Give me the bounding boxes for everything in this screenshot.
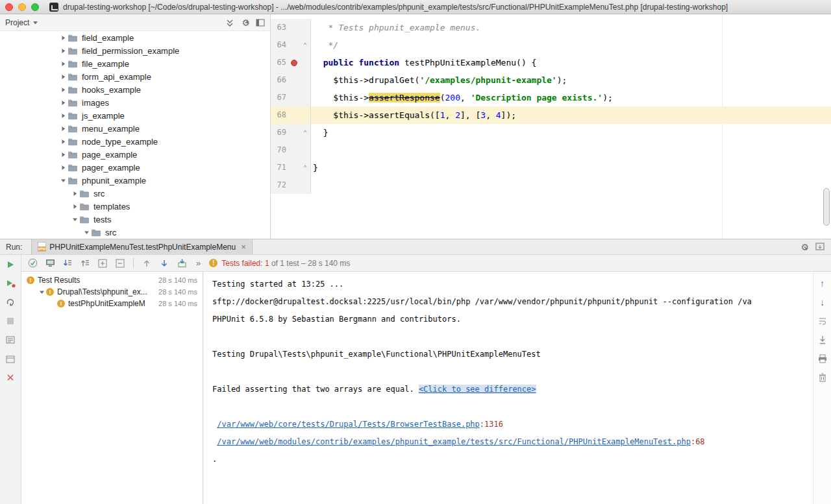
stop-button[interactable]	[5, 316, 16, 326]
project-tree-item-field_permission_example[interactable]: field_permission_example	[0, 44, 270, 57]
code-text[interactable]: }	[311, 159, 831, 176]
code-text[interactable]: public function testPhpUnitExampleMenu()…	[311, 54, 831, 71]
line-number[interactable]: 64	[271, 36, 288, 54]
chevron-right-icon[interactable]	[58, 48, 68, 54]
project-tree-item-images[interactable]: images	[0, 96, 270, 109]
expand-all-button[interactable]	[97, 258, 108, 269]
collapse-all-button[interactable]	[114, 258, 126, 269]
hide-run-panel-icon[interactable]	[815, 241, 825, 253]
gutter-marker-cell[interactable]	[288, 176, 300, 194]
line-number[interactable]: 69	[271, 124, 288, 141]
project-tree-item-phpunit_example[interactable]: phpunit_example	[0, 174, 270, 187]
sort-alphabetically-toggle[interactable]	[79, 258, 91, 269]
chevron-right-icon[interactable]	[58, 87, 68, 93]
gutter-marker-cell[interactable]	[288, 54, 300, 71]
code-text[interactable]	[311, 141, 831, 159]
chevron-down-icon[interactable]	[32, 18, 38, 27]
project-tree-item-node_type_example[interactable]: node_type_example	[0, 135, 270, 148]
console-output[interactable]: Testing started at 13:25 ...sftp://docke…	[203, 272, 813, 504]
chevron-down-icon[interactable]	[58, 178, 68, 184]
previous-failed-test-button[interactable]	[141, 258, 153, 269]
gutter-marker-cell[interactable]	[288, 159, 300, 176]
hide-panel-icon[interactable]	[256, 19, 265, 27]
project-tree-item-file_example[interactable]: file_example	[0, 57, 270, 70]
editor-line-71[interactable]: 71⌃}	[271, 159, 831, 176]
soft-wrap-toggle[interactable]	[817, 315, 828, 327]
project-tree-item-menu_example[interactable]: menu_example	[0, 122, 270, 135]
project-tree-item-templates[interactable]: templates	[0, 200, 270, 213]
chevron-right-icon[interactable]	[58, 74, 68, 80]
code-editor[interactable]: 63 * Tests phpunit_example menus.64⌃ */6…	[271, 14, 831, 239]
chevron-right-icon[interactable]	[58, 61, 68, 67]
editor-line-72[interactable]: 72	[271, 176, 831, 194]
chevron-down-icon[interactable]	[70, 217, 79, 222]
test-tree-row[interactable]: !Test Results28 s 140 ms	[21, 274, 203, 286]
console-link[interactable]: /var/www/web/modules/contrib/examples/ph…	[217, 437, 691, 446]
line-number[interactable]: 70	[271, 141, 288, 159]
clear-console-icon[interactable]	[817, 372, 828, 383]
line-number[interactable]: 68	[271, 106, 288, 124]
import-test-results-button[interactable]	[176, 258, 188, 269]
down-stack-trace-button[interactable]: ↓	[817, 296, 828, 308]
code-text[interactable]: */	[311, 36, 831, 54]
code-text[interactable]	[311, 176, 831, 194]
editor-line-69[interactable]: 69⌃ }	[271, 124, 831, 141]
project-tree-item-page_example[interactable]: page_example	[0, 148, 270, 161]
print-icon[interactable]	[817, 353, 828, 365]
editor-line-67[interactable]: 67 $this->assertResponse(200, 'Descripti…	[271, 89, 831, 106]
test-tree-row[interactable]: !testPhpUnitExampleM28 s 140 ms	[21, 298, 203, 309]
gutter-marker-cell[interactable]	[288, 89, 300, 106]
up-stack-trace-button[interactable]: ↑	[817, 278, 828, 289]
project-tree-item-tests[interactable]: tests	[0, 213, 270, 226]
console-link[interactable]: <Click to see difference>	[419, 385, 536, 394]
project-tree-item-hooks_example[interactable]: hooks_example	[0, 83, 270, 96]
run-tab[interactable]: php PHPUnitExampleMenuTest.testPhpUnitEx…	[31, 239, 252, 254]
scroll-to-end-button[interactable]	[817, 334, 828, 346]
gear-icon[interactable]: ⚙▾	[242, 18, 249, 27]
gutter-marker-cell[interactable]	[288, 71, 300, 89]
chevron-right-icon[interactable]	[58, 113, 68, 119]
code-text[interactable]: * Tests phpunit_example menus.	[311, 19, 831, 36]
sort-by-duration-toggle[interactable]	[62, 258, 73, 269]
close-window-button[interactable]	[5, 3, 13, 11]
chevron-right-icon[interactable]	[58, 152, 68, 158]
editor-line-63[interactable]: 63 * Tests phpunit_example menus.	[271, 19, 831, 36]
chevron-right-icon[interactable]	[58, 165, 68, 171]
line-number[interactable]: 63	[271, 19, 288, 36]
chevron-right-icon[interactable]	[58, 139, 68, 145]
gutter-marker-cell[interactable]	[288, 36, 300, 54]
line-number[interactable]: 65	[271, 54, 288, 71]
show-ignored-toggle[interactable]	[44, 258, 56, 269]
fold-marker-icon[interactable]: ⌃	[300, 36, 311, 54]
run-settings-gear-icon[interactable]: ⚙▾	[800, 241, 808, 253]
editor-line-66[interactable]: 66 $this->drupalGet('/examples/phpunit-e…	[271, 71, 831, 89]
collapse-all-icon[interactable]	[225, 18, 234, 27]
editor-line-68[interactable]: 68 $this->assertEquals([1, 2], [3, 4]);	[271, 106, 831, 124]
chevron-right-icon[interactable]	[58, 100, 68, 106]
project-tree-item-field_example[interactable]: field_example	[0, 31, 270, 44]
chevron-right-icon[interactable]	[70, 204, 79, 210]
editor-scrollbar[interactable]	[823, 188, 830, 226]
close-tab-icon[interactable]: ×	[241, 243, 246, 251]
fold-marker-icon[interactable]: ⌃	[300, 124, 311, 141]
line-number[interactable]: 67	[271, 89, 288, 106]
chevron-right-icon[interactable]	[58, 35, 68, 41]
show-console-icon[interactable]	[5, 335, 16, 345]
chevron-down-icon[interactable]	[82, 230, 91, 235]
show-passed-toggle[interactable]	[27, 258, 38, 269]
zoom-window-button[interactable]	[31, 3, 39, 11]
minimize-window-button[interactable]	[18, 3, 26, 11]
more-toolbar-chevron-icon[interactable]: »	[196, 258, 201, 268]
project-view-selector[interactable]: Project	[5, 18, 29, 27]
project-tree-item-js_example[interactable]: js_example	[0, 109, 270, 122]
code-text[interactable]: $this->drupalGet('/examples/phpunit-exam…	[311, 71, 831, 89]
gutter-marker-cell[interactable]	[288, 124, 300, 141]
gutter-marker-cell[interactable]	[288, 19, 300, 36]
console-link[interactable]: /var/www/web/core/tests/Drupal/Tests/Bro…	[217, 420, 480, 429]
editor-line-64[interactable]: 64⌃ */	[271, 36, 831, 54]
next-failed-test-button[interactable]	[158, 258, 170, 269]
chevron-down-icon[interactable]	[38, 289, 46, 295]
restore-layout-button[interactable]	[5, 354, 16, 364]
line-number[interactable]: 71	[271, 159, 288, 176]
project-tree-item-src[interactable]: src	[0, 187, 270, 200]
